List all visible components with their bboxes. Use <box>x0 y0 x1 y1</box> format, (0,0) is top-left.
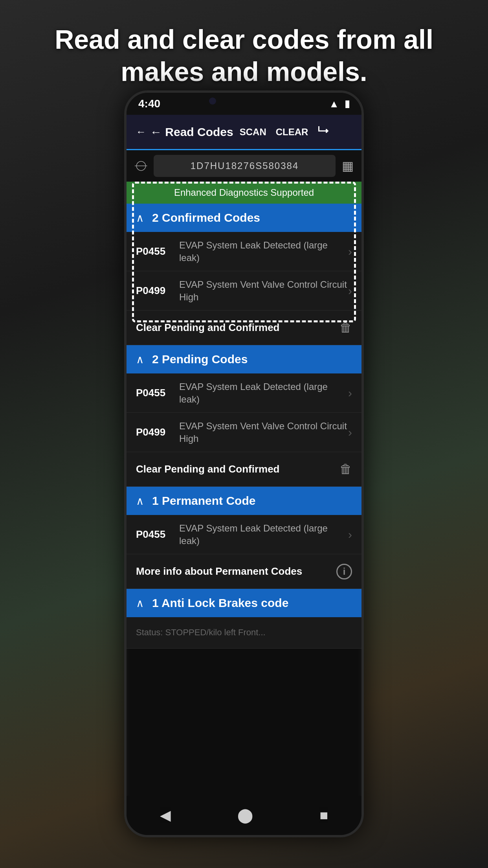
promo-text: Read and clear codes from all makes and … <box>0 24 488 88</box>
abs-code-partial: Status: STOPPED/kilo left Front... <box>136 627 352 638</box>
confirmed-codes-header[interactable]: ∧ 2 Confirmed Codes <box>127 204 361 232</box>
pending-code-arrow-1: › <box>348 386 352 400</box>
confirmed-codes-title: 2 Confirmed Codes <box>152 211 260 224</box>
nav-back-button[interactable]: ◀ <box>160 807 171 824</box>
history-icon[interactable]: ⦵ <box>134 158 147 174</box>
abs-chevron-icon: ∧ <box>136 597 144 610</box>
status-icons: ▲ ▮ <box>329 98 350 110</box>
pending-code-row-1[interactable]: P0455 EVAP System Leak Detected (large l… <box>127 373 361 413</box>
pending-codes-title: 2 Pending Codes <box>152 353 248 366</box>
clear-button[interactable]: CLEAR <box>276 127 308 138</box>
permanent-chevron-icon: ∧ <box>136 495 144 508</box>
enhanced-diagnostics-text: Enhanced Diagnostics Supported <box>174 187 314 198</box>
scroll-content: Enhanced Diagnostics Supported ∧ 2 Confi… <box>127 182 361 649</box>
abs-code-row-1[interactable]: Status: STOPPED/kilo left Front... <box>127 617 361 649</box>
confirmed-code-id-2: P0499 <box>136 285 179 297</box>
pending-chevron-icon: ∧ <box>136 353 144 366</box>
header-actions: SCAN CLEAR ⮡ <box>240 125 329 138</box>
back-button[interactable]: ← ← Read Codes <box>136 125 233 139</box>
phone-frame: 4:40 ▲ ▮ ← ← Read Codes SCAN CLEAR ⮡ ⦵ 1… <box>124 90 364 837</box>
vin-value: 1D7HU18276S580384 <box>191 160 299 171</box>
pending-code-desc-1: EVAP System Leak Detected (large leak) <box>179 381 348 405</box>
abs-code-header[interactable]: ∧ 1 Anti Lock Brakes code <box>127 589 361 617</box>
phone-nav: ◀ ⬤ ■ <box>127 796 361 835</box>
status-bar: 4:40 ▲ ▮ <box>127 93 361 115</box>
time-display: 4:40 <box>138 97 160 110</box>
phone-camera <box>209 97 216 105</box>
header-title: ← Read Codes <box>150 125 233 139</box>
confirmed-clear-label: Clear Pending and Confirmed <box>136 322 339 334</box>
confirmed-code-arrow-2: › <box>348 284 352 298</box>
pending-code-arrow-2: › <box>348 426 352 439</box>
back-arrow-icon: ← <box>136 126 146 138</box>
nav-recents-button[interactable]: ■ <box>320 807 328 824</box>
wifi-icon: ▲ <box>329 98 339 110</box>
pending-clear-row[interactable]: Clear Pending and Confirmed 🗑 <box>127 452 361 487</box>
vin-input[interactable]: 1D7HU18276S580384 <box>154 155 336 177</box>
permanent-code-header[interactable]: ∧ 1 Permanent Code <box>127 487 361 515</box>
nav-home-button[interactable]: ⬤ <box>237 807 253 824</box>
enhanced-diagnostics-banner: Enhanced Diagnostics Supported <box>127 182 361 204</box>
share-icon[interactable]: ⮡ <box>317 125 328 138</box>
pending-code-id-1: P0455 <box>136 387 179 399</box>
pending-code-id-2: P0499 <box>136 426 179 438</box>
permanent-info-label: More info about Permanent Codes <box>136 565 336 577</box>
confirmed-code-arrow-1: › <box>348 245 352 258</box>
abs-code-title: 1 Anti Lock Brakes code <box>152 596 288 610</box>
confirmed-code-desc-2: EVAP System Vent Valve Control Circuit H… <box>179 278 348 303</box>
confirmed-code-row-2[interactable]: P0499 EVAP System Vent Valve Control Cir… <box>127 271 361 311</box>
battery-icon: ▮ <box>345 98 350 109</box>
permanent-code-arrow-1: › <box>348 528 352 541</box>
pending-code-row-2[interactable]: P0499 EVAP System Vent Valve Control Cir… <box>127 413 361 452</box>
permanent-info-row[interactable]: More info about Permanent Codes i <box>127 554 361 589</box>
permanent-code-title: 1 Permanent Code <box>152 494 255 508</box>
pending-codes-header[interactable]: ∧ 2 Pending Codes <box>127 345 361 373</box>
confirmed-code-row-1[interactable]: P0455 EVAP System Leak Detected (large l… <box>127 232 361 271</box>
scan-button[interactable]: SCAN <box>240 127 266 138</box>
app-header: ← ← Read Codes SCAN CLEAR ⮡ <box>127 115 361 150</box>
pending-trash-icon[interactable]: 🗑 <box>339 462 352 476</box>
permanent-code-row-1[interactable]: P0455 EVAP System Leak Detected (large l… <box>127 515 361 554</box>
permanent-code-id-1: P0455 <box>136 528 179 541</box>
confirmed-code-desc-1: EVAP System Leak Detected (large leak) <box>179 239 348 263</box>
barcode-icon[interactable]: ▦ <box>342 158 354 173</box>
info-circle-icon: i <box>336 564 352 579</box>
pending-clear-label: Clear Pending and Confirmed <box>136 463 339 475</box>
confirmed-chevron-icon: ∧ <box>136 211 144 224</box>
permanent-code-desc-1: EVAP System Leak Detected (large leak) <box>179 522 348 546</box>
confirmed-code-id-1: P0455 <box>136 245 179 257</box>
vin-bar: ⦵ 1D7HU18276S580384 ▦ <box>127 150 361 182</box>
confirmed-trash-icon[interactable]: 🗑 <box>339 320 352 335</box>
confirmed-clear-row[interactable]: Clear Pending and Confirmed 🗑 <box>127 311 361 345</box>
pending-code-desc-2: EVAP System Vent Valve Control Circuit H… <box>179 420 348 444</box>
